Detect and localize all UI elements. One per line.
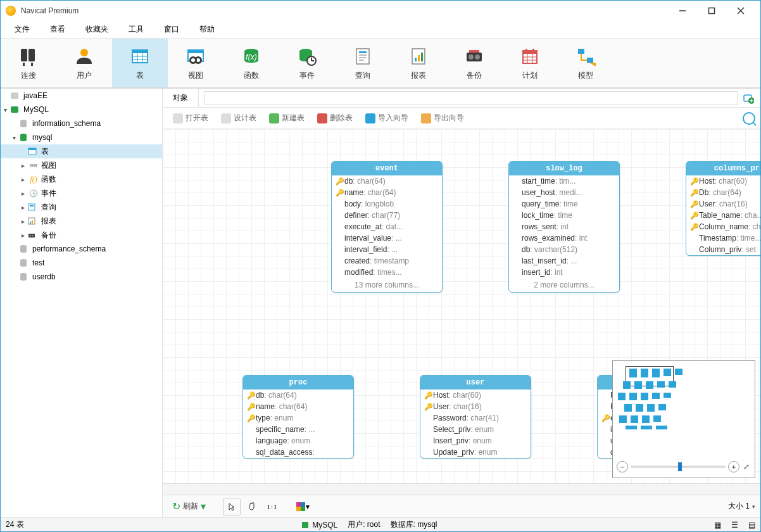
tree-node-视图[interactable]: ▸👓视图 xyxy=(1,158,162,172)
app-logo-icon xyxy=(6,6,16,16)
svg-rect-77 xyxy=(302,522,308,528)
import-wizard-button[interactable]: 导入向导 xyxy=(360,110,413,127)
table-column: specific_name: ... xyxy=(243,424,353,435)
menu-文件[interactable]: 文件 xyxy=(6,22,39,37)
event-icon: 🕓 xyxy=(27,189,40,198)
table-column: modified: times... xyxy=(332,267,442,278)
query-icon xyxy=(27,203,40,212)
new-table-button[interactable]: 新建表 xyxy=(264,110,310,127)
status-connection: MySQL xyxy=(301,521,337,529)
tree-node-备份[interactable]: ▸备份 xyxy=(1,228,162,242)
hand-tool-button[interactable] xyxy=(243,498,261,516)
svg-point-20 xyxy=(191,58,195,62)
tree-node-information_schema[interactable]: information_schema xyxy=(1,117,162,130)
delete-table-button[interactable]: 删除表 xyxy=(312,110,358,127)
sidebar-tree[interactable]: javaEE▾MySQLinformation_schema▾mysql表▸👓视… xyxy=(1,89,163,517)
pointer-tool-button[interactable] xyxy=(223,498,241,516)
table-column: 🔑Table_name: cha... xyxy=(686,210,760,221)
object-search-input[interactable] xyxy=(204,91,738,105)
scale-1to1-button[interactable]: 1:1 xyxy=(263,498,281,516)
svg-point-37 xyxy=(469,54,474,60)
table-column: Column_priv: set xyxy=(686,244,760,255)
tree-node-MySQL[interactable]: ▾MySQL xyxy=(1,103,162,117)
model-icon xyxy=(574,45,597,68)
svg-rect-76 xyxy=(301,507,305,511)
tree-node-javaEE[interactable]: javaEE xyxy=(1,89,162,103)
svg-text:f(x): f(x) xyxy=(246,53,256,61)
tree-node-test[interactable]: test xyxy=(1,256,162,270)
tree-node-mysql[interactable]: ▾mysql xyxy=(1,130,162,144)
maximize-button[interactable] xyxy=(697,1,726,21)
view-list-button[interactable]: ☰ xyxy=(731,521,738,529)
svg-rect-41 xyxy=(523,51,537,54)
view-grid-button[interactable]: ▦ xyxy=(714,521,721,529)
svg-rect-62 xyxy=(32,220,33,224)
event-icon xyxy=(296,45,318,68)
toolbar-schedule-button[interactable]: 计划 xyxy=(502,39,558,87)
search-icon[interactable] xyxy=(743,112,755,125)
horizontal-scrollbar[interactable] xyxy=(163,483,760,495)
svg-rect-59 xyxy=(30,205,34,206)
db-icon xyxy=(18,118,31,129)
toolbar-function-button[interactable]: f(x)函数 xyxy=(223,39,279,87)
close-button[interactable] xyxy=(726,1,755,21)
menu-工具[interactable]: 工具 xyxy=(120,22,153,37)
refresh-button[interactable]: ↻ 刷新 ▾ xyxy=(168,498,210,516)
table-column: Select_priv: enum xyxy=(420,424,531,435)
tree-node-报表[interactable]: ▸报表 xyxy=(1,214,162,228)
toolbar-table-button[interactable]: 表 xyxy=(112,39,168,87)
svg-rect-42 xyxy=(525,49,527,52)
table-column: rows_sent: int xyxy=(509,221,619,232)
zoom-out-button[interactable]: − xyxy=(617,461,628,472)
svg-rect-6 xyxy=(23,63,25,66)
status-user: 用户: root xyxy=(348,519,380,530)
add-tab-button[interactable] xyxy=(743,92,760,104)
table-card-columns_priv[interactable]: columns_priv🔑Host: char(60)🔑Db: char(64)… xyxy=(686,161,760,256)
tree-node-查询[interactable]: ▸查询 xyxy=(1,200,162,214)
zoom-in-button[interactable]: + xyxy=(728,461,739,472)
svg-rect-10 xyxy=(132,50,148,53)
db-open-icon xyxy=(18,132,31,142)
toolbar-backup-button[interactable]: 备份 xyxy=(446,39,502,87)
toolbar-query-button[interactable]: 查询 xyxy=(335,39,391,87)
minimap-expand-icon[interactable]: ⤢ xyxy=(742,462,751,471)
tree-node-函数[interactable]: ▸f()函数 xyxy=(1,172,162,186)
menu-收藏夹[interactable]: 收藏夹 xyxy=(77,22,117,37)
table-column: execute_at: dat... xyxy=(332,221,442,232)
table-card-proc[interactable]: proc🔑db: char(64)🔑name: char(64)🔑type: e… xyxy=(242,375,354,459)
color-tool-button[interactable]: ▾ xyxy=(294,498,311,516)
table-card-user[interactable]: user🔑Host: char(60)🔑User: char(16)Passwo… xyxy=(420,375,531,459)
table-card-slow_log[interactable]: slow_logstart_time: tim...user_host: med… xyxy=(508,161,620,293)
tree-node-事件[interactable]: ▸🕓事件 xyxy=(1,186,162,200)
toolbar-view-button[interactable]: 视图 xyxy=(168,39,223,87)
tree-node-performance_schema[interactable]: performance_schema xyxy=(1,242,162,256)
table-column: created: timestamp xyxy=(332,255,442,267)
menu-窗口[interactable]: 窗口 xyxy=(155,22,188,37)
toolbar-report-button[interactable]: 报表 xyxy=(391,39,446,87)
export-wizard-button[interactable]: 导出向导 xyxy=(416,110,469,127)
table-column: definer: char(77) xyxy=(332,210,442,221)
tree-node-userdb[interactable]: userdb xyxy=(1,270,162,284)
toolbar-user-button[interactable]: 用户 xyxy=(56,39,112,87)
object-tab[interactable]: 对象 xyxy=(163,89,199,108)
menu-帮助[interactable]: 帮助 xyxy=(191,22,223,37)
menu-查看[interactable]: 查看 xyxy=(41,22,74,37)
toolbar-connect-button[interactable]: 连接 xyxy=(1,39,56,87)
view-detail-button[interactable]: ▤ xyxy=(748,521,755,529)
table-column: sql_data_access: xyxy=(243,446,353,458)
backup-icon xyxy=(27,231,40,239)
design-table-button[interactable]: 设计表 xyxy=(216,110,261,127)
backup-icon xyxy=(463,45,486,68)
svg-rect-30 xyxy=(359,57,367,58)
open-table-button[interactable]: 打开表 xyxy=(168,110,213,127)
minimap[interactable]: − + ⤢ xyxy=(612,360,755,478)
tree-node-表[interactable]: 表 xyxy=(1,144,162,158)
table-column: 🔑Db: char(64) xyxy=(686,187,760,198)
table-column: 🔑Host: char(60) xyxy=(686,175,760,187)
minimize-button[interactable] xyxy=(668,1,697,21)
toolbar-model-button[interactable]: 模型 xyxy=(558,39,613,87)
table-card-event[interactable]: event🔑db: char(64)🔑name: char(64)body: l… xyxy=(331,161,443,293)
toolbar-event-button[interactable]: 事件 xyxy=(279,39,335,87)
table-card-header: columns_priv xyxy=(686,162,760,175)
zoom-slider[interactable] xyxy=(631,466,726,468)
